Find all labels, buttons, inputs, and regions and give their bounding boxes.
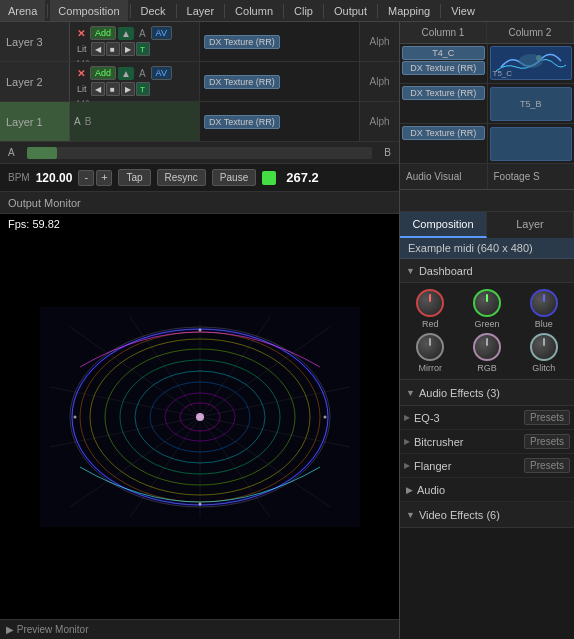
add-btn-layer3[interactable]: Add	[90, 26, 116, 40]
timeline-bar[interactable]	[27, 147, 373, 159]
knob-mirror: Mirror	[404, 333, 457, 373]
knob-green-label: Green	[474, 319, 499, 329]
right-clip-label1[interactable]: DX Texture (RR)	[402, 126, 485, 140]
preview-label[interactable]: ▶ Preview Monitor	[6, 624, 88, 635]
track-content-layer1[interactable]: DX Texture (RR)	[200, 102, 359, 141]
pb-right-layer3[interactable]: ▶	[121, 42, 135, 56]
flanger-arrow: ▶	[404, 461, 410, 470]
av-btn-layer2[interactable]: AV	[151, 66, 172, 80]
svg-point-30	[196, 413, 204, 421]
knob-blue-dial[interactable]	[530, 289, 558, 317]
x-btn-layer2[interactable]: ✕	[77, 68, 85, 79]
audio-section[interactable]: ▶ Audio	[400, 478, 574, 502]
pb-t-layer3[interactable]: T	[136, 42, 150, 56]
pb-left-layer2[interactable]: ◀	[91, 82, 105, 96]
nav-deck[interactable]: Deck	[133, 0, 174, 21]
track-controls-layer2: ✕ Add ▲ A AV Lit ◀ ■ ▶ T	[70, 62, 200, 101]
flanger-presets[interactable]: Presets	[524, 458, 570, 473]
right-thumbnail-row3[interactable]: T5_C	[490, 46, 573, 80]
nav-output[interactable]: Output	[326, 0, 375, 21]
green-dot	[262, 171, 276, 185]
eq3-presets[interactable]: Presets	[524, 410, 570, 425]
nav-view[interactable]: View	[443, 0, 483, 21]
pb-t-layer2[interactable]: T	[136, 82, 150, 96]
pb-stop-layer3[interactable]: ■	[106, 42, 120, 56]
up-arrow-layer2[interactable]: ▲	[118, 67, 134, 80]
knob-blue-label: Blue	[535, 319, 553, 329]
lit-label-layer2: Lit	[77, 84, 87, 94]
track-content-layer2[interactable]: DX Texture (RR)	[200, 62, 359, 101]
knob-glitch: Glitch	[517, 333, 570, 373]
lit-label-layer3: Lit	[77, 44, 87, 54]
right-clip-label3[interactable]: DX Texture (RR)	[402, 61, 485, 75]
resync-btn[interactable]: Resync	[157, 169, 206, 186]
right-clip-t4c[interactable]: T4_C	[402, 46, 485, 60]
bitcrusher-arrow: ▶	[404, 437, 410, 446]
audio-label: Audio	[417, 484, 445, 496]
x-btn-layer3[interactable]: ✕	[77, 28, 85, 39]
tap-btn[interactable]: Tap	[118, 169, 150, 186]
nav-column[interactable]: Column	[227, 0, 281, 21]
track-content-layer3[interactable]: DX Texture (RR)	[200, 22, 359, 61]
ab-b-layer1[interactable]: B	[85, 116, 92, 127]
transport-bar: BPM 120.00 - + Tap Resync Pause 267.2	[0, 164, 399, 192]
row2-layer3: Lit ◀ ■ ▶ T	[77, 42, 172, 56]
track-controls-layer1: A B	[70, 102, 200, 141]
left-panel: Layer 3 ✕ Add ▲ A AV Lit ◀	[0, 22, 400, 639]
effect-row-flanger[interactable]: ▶ Flanger Presets	[400, 454, 574, 478]
ab-a-layer1[interactable]: A	[74, 116, 81, 127]
flanger-name: Flanger	[414, 460, 524, 472]
right-thumbnail-row1[interactable]	[490, 127, 573, 161]
up-arrow-layer3[interactable]: ▲	[118, 27, 134, 40]
knob-mirror-dial[interactable]	[416, 333, 444, 361]
video-effects-header[interactable]: ▼ Video Effects (6)	[400, 502, 574, 528]
add-btn-layer2[interactable]: Add	[90, 66, 116, 80]
clip-block-layer2[interactable]: DX Texture (RR)	[204, 75, 280, 89]
tab-composition[interactable]: Composition	[400, 212, 487, 238]
eq3-name: EQ-3	[414, 412, 524, 424]
tab-audio-visual[interactable]: Audio Visual	[400, 164, 488, 189]
track-label-layer1: Layer 1	[0, 102, 70, 141]
av-btn-layer3[interactable]: AV	[151, 26, 172, 40]
right-thumbnail-row2[interactable]: T5_B	[490, 87, 573, 121]
bpm-minus[interactable]: -	[78, 170, 94, 186]
comp-title: Example midi (640 x 480)	[400, 238, 574, 259]
preview-btn[interactable]: ▶ Preview Monitor	[0, 619, 399, 639]
a-btn-layer3[interactable]: A	[136, 28, 149, 39]
nav-arena[interactable]: Arena	[0, 0, 45, 21]
knob-green-dial[interactable]	[473, 289, 501, 317]
pause-btn[interactable]: Pause	[212, 169, 256, 186]
clip-block-layer1[interactable]: DX Texture (RR)	[204, 115, 280, 129]
bpm-plus[interactable]: +	[96, 170, 112, 186]
tab-layer[interactable]: Layer	[487, 212, 574, 238]
knob-glitch-dial[interactable]	[530, 333, 558, 361]
dashboard-header[interactable]: ▼ Dashboard	[400, 259, 574, 283]
knob-green: Green	[461, 289, 514, 329]
knob-rgb-dial[interactable]	[473, 333, 501, 361]
nav-layer[interactable]: Layer	[179, 0, 223, 21]
right-bottom[interactable]: ▼ Dashboard Red Green Blue Mirr	[400, 259, 574, 639]
clip-block-layer3[interactable]: DX Texture (RR)	[204, 35, 280, 49]
pb-stop-layer2[interactable]: ■	[106, 82, 120, 96]
visualization	[40, 307, 360, 527]
pb-right-layer2[interactable]: ▶	[121, 82, 135, 96]
bitcrusher-presets[interactable]: Presets	[524, 434, 570, 449]
output-title: Output Monitor	[8, 197, 81, 209]
right-clip-label2[interactable]: DX Texture (RR)	[402, 86, 485, 100]
effect-row-eq3[interactable]: ▶ EQ-3 Presets	[400, 406, 574, 430]
a-btn-layer2[interactable]: A	[136, 68, 149, 79]
knob-rgb: RGB	[461, 333, 514, 373]
knob-mirror-label: Mirror	[419, 363, 443, 373]
pb-left-layer3[interactable]: ◀	[91, 42, 105, 56]
effect-row-bitcrusher[interactable]: ▶ Bitcrusher Presets	[400, 430, 574, 454]
timeline-b[interactable]: B	[376, 147, 399, 158]
track-row-layer1: Layer 1 A B DX Texture (RR) Alph	[0, 102, 399, 142]
col-header-1: Column 1	[400, 22, 487, 43]
nav-mapping[interactable]: Mapping	[380, 0, 438, 21]
nav-composition[interactable]: Composition	[50, 0, 127, 21]
audio-effects-header[interactable]: ▼ Audio Effects (3)	[400, 380, 574, 406]
knob-red-dial[interactable]	[416, 289, 444, 317]
tab-footage[interactable]: Footage S	[488, 164, 575, 189]
timeline-a[interactable]: A	[0, 147, 23, 158]
nav-clip[interactable]: Clip	[286, 0, 321, 21]
